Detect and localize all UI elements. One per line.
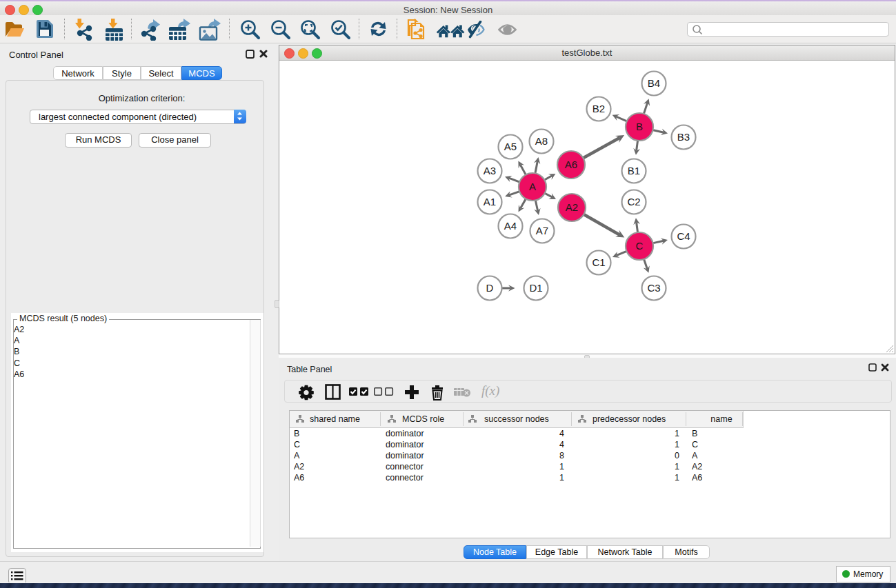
svg-text:A6: A6 [565, 159, 577, 170]
svg-text:A2: A2 [566, 201, 578, 213]
svg-text:C1: C1 [592, 256, 605, 268]
svg-text:A5: A5 [504, 141, 517, 152]
svg-text:A7: A7 [536, 225, 548, 236]
svg-text:B1: B1 [628, 165, 640, 176]
svg-text:A4: A4 [504, 220, 517, 232]
svg-text:A1: A1 [484, 196, 496, 207]
svg-text:C: C [636, 240, 644, 252]
svg-text:C4: C4 [677, 230, 690, 242]
svg-text:B3: B3 [677, 131, 690, 143]
svg-text:A8: A8 [535, 135, 548, 147]
svg-text:C3: C3 [647, 282, 660, 294]
svg-text:A3: A3 [484, 165, 496, 176]
svg-text:B: B [636, 121, 643, 132]
svg-text:B4: B4 [648, 77, 660, 89]
svg-text:A: A [529, 181, 536, 192]
svg-text:B2: B2 [593, 103, 605, 114]
svg-text:C2: C2 [627, 196, 640, 207]
svg-text:D1: D1 [529, 282, 542, 294]
svg-text:D: D [486, 282, 494, 294]
